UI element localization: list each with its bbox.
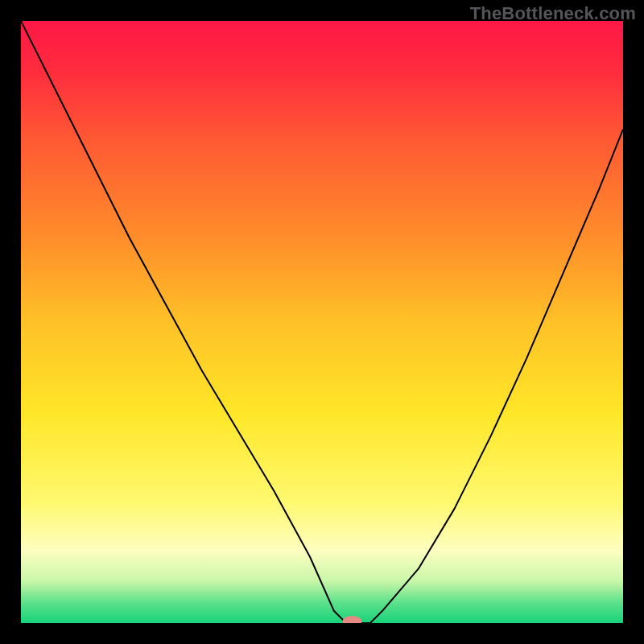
watermark-text: TheBottleneck.com — [470, 3, 636, 24]
chart-svg — [21, 21, 623, 623]
gradient-background — [21, 21, 623, 623]
chart-frame: TheBottleneck.com — [0, 0, 644, 644]
plot-area — [21, 21, 623, 623]
